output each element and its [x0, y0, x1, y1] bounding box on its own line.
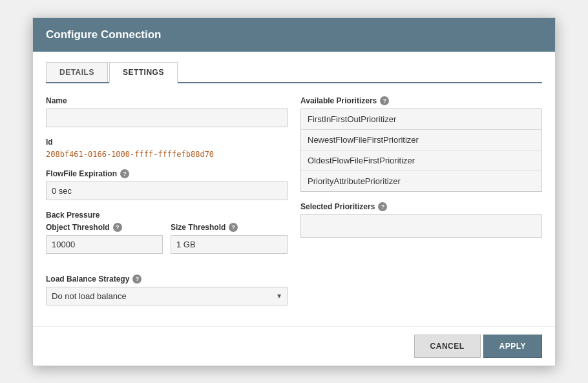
configure-connection-dialog: Configure Connection DETAILS SETTINGS Na…	[32, 17, 556, 366]
object-threshold-help-icon[interactable]: ?	[113, 223, 122, 232]
flowfile-expiration-field-group: FlowFile Expiration ?	[46, 169, 288, 200]
flowfile-expiration-input[interactable]	[46, 181, 288, 200]
load-balance-select[interactable]: Do not load balance Round robin Single n…	[46, 287, 288, 305]
flowfile-expiration-help-icon[interactable]: ?	[120, 169, 129, 178]
load-balance-label: Load Balance Strategy ?	[46, 274, 288, 284]
apply-button[interactable]: APPLY	[483, 335, 542, 358]
selected-prioritizers-label: Selected Prioritizers ?	[300, 202, 542, 211]
load-balance-help-icon[interactable]: ?	[132, 274, 142, 284]
size-threshold-label: Size Threshold ?	[171, 223, 288, 232]
name-label: Name	[46, 96, 288, 105]
form-columns: Name Id 208bf461-0166-1000-ffff-ffffefb8…	[46, 96, 542, 316]
list-item[interactable]: FirstInFirstOutPrioritizer	[301, 109, 541, 130]
load-balance-field-group: Load Balance Strategy ? Do not load bala…	[46, 274, 288, 305]
tab-settings[interactable]: SETTINGS	[109, 62, 178, 83]
tabs-container: DETAILS SETTINGS	[46, 62, 542, 83]
dialog-header: Configure Connection	[33, 18, 555, 52]
available-prioritizers-list: FirstInFirstOutPrioritizer NewestFlowFil…	[300, 109, 542, 192]
size-threshold-field-group: Size Threshold ?	[171, 223, 288, 254]
list-item[interactable]: PriorityAttributePrioritizer	[301, 171, 541, 191]
selected-prioritizers-area[interactable]	[300, 214, 542, 238]
selected-prioritizers-help-icon[interactable]: ?	[378, 202, 387, 211]
name-input[interactable]	[46, 109, 288, 127]
size-threshold-help-icon[interactable]: ?	[229, 223, 238, 232]
list-item[interactable]: OldestFlowFileFirstPrioritizer	[301, 150, 541, 171]
load-balance-select-wrapper: Do not load balance Round robin Single n…	[46, 287, 288, 305]
dialog-footer: CANCEL APPLY	[33, 326, 555, 366]
available-prioritizers-help-icon[interactable]: ?	[380, 96, 389, 105]
name-field-group: Name	[46, 96, 288, 127]
id-field-group: Id 208bf461-0166-1000-ffff-ffffefb88d70	[46, 138, 288, 159]
object-threshold-label: Object Threshold ?	[46, 223, 163, 232]
form-right: Available Prioritizers ? FirstInFirstOut…	[300, 96, 542, 316]
back-pressure-label: Back Pressure	[46, 211, 288, 220]
back-pressure-inputs: Object Threshold ? Size Threshold ?	[46, 223, 288, 264]
id-label: Id	[46, 138, 288, 147]
available-prioritizers-label: Available Prioritizers ?	[300, 96, 542, 105]
form-left: Name Id 208bf461-0166-1000-ffff-ffffefb8…	[46, 96, 288, 316]
object-threshold-field-group: Object Threshold ?	[46, 223, 163, 254]
dialog-title: Configure Connection	[46, 28, 161, 41]
tab-details[interactable]: DETAILS	[46, 62, 108, 82]
list-item[interactable]: NewestFlowFileFirstPrioritizer	[301, 130, 541, 150]
selected-prioritizers-field-group: Selected Prioritizers ?	[300, 202, 542, 238]
dialog-body: DETAILS SETTINGS Name Id	[33, 52, 555, 326]
back-pressure-field-group: Back Pressure Object Threshold ?	[46, 211, 288, 264]
cancel-button[interactable]: CANCEL	[414, 335, 481, 358]
flowfile-expiration-label: FlowFile Expiration ?	[46, 169, 288, 178]
available-prioritizers-field-group: Available Prioritizers ? FirstInFirstOut…	[300, 96, 542, 192]
id-value: 208bf461-0166-1000-ffff-ffffefb88d70	[46, 150, 288, 159]
object-threshold-input[interactable]	[46, 235, 163, 254]
size-threshold-input[interactable]	[171, 235, 288, 254]
